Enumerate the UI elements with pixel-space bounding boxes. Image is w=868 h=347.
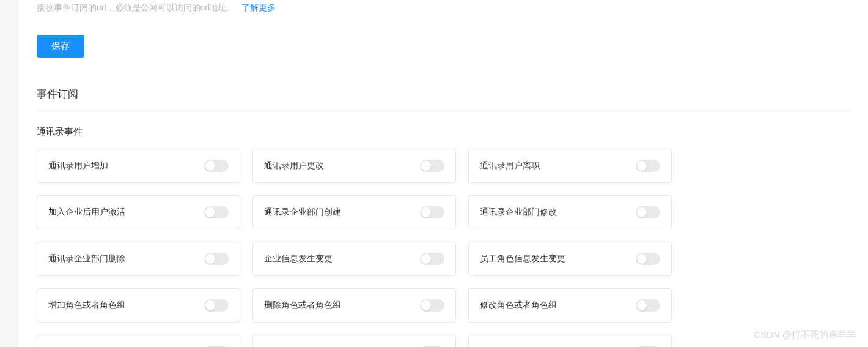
- toggle-knob: [421, 161, 431, 171]
- event-card: 通讯录用户更改: [252, 149, 456, 183]
- learn-more-link[interactable]: 了解更多: [241, 2, 276, 12]
- hint-row: 接收事件订阅的url，必须是公网可以访问的url地址。 了解更多: [37, 0, 850, 14]
- event-card: 增加角色或者角色组: [37, 288, 240, 323]
- toggle-knob: [637, 207, 647, 217]
- toggle-knob: [205, 207, 215, 217]
- toggle-knob: [205, 300, 215, 310]
- event-card: 修改角色或者角色组: [468, 288, 672, 323]
- event-card: 通讯录企业部门修改: [468, 195, 672, 229]
- event-label: 增加角色或者角色组: [48, 300, 125, 311]
- toggle-knob: [421, 207, 431, 217]
- event-card: 企业信息发生变更: [252, 242, 456, 276]
- event-toggle[interactable]: [420, 206, 444, 218]
- event-toggle[interactable]: [204, 299, 229, 312]
- event-toggle[interactable]: [420, 253, 444, 265]
- toggle-knob: [637, 300, 647, 310]
- event-toggle[interactable]: [636, 160, 660, 172]
- event-card: 通讯录用户增加: [37, 149, 240, 183]
- event-card: 通讯录用户被取消设置管理员: [252, 335, 456, 347]
- section-divider: [37, 111, 850, 111]
- event-toggle[interactable]: [420, 299, 444, 312]
- event-toggle[interactable]: [420, 160, 444, 172]
- event-card: 删除角色或者角色组: [252, 288, 456, 323]
- event-card: 通讯录企业部门创建: [252, 195, 456, 229]
- toggle-knob: [637, 254, 647, 264]
- event-label: 员工角色信息发生变更: [480, 253, 565, 264]
- event-label: 删除角色或者角色组: [264, 300, 341, 311]
- event-label: 修改角色或者角色组: [480, 300, 557, 311]
- event-label: 通讯录用户更改: [264, 160, 324, 171]
- events-sub-title: 通讯录事件: [37, 126, 850, 138]
- event-toggle[interactable]: [204, 206, 229, 218]
- toggle-knob: [637, 161, 647, 171]
- event-toggle[interactable]: [636, 253, 660, 265]
- event-label: 企业信息发生变更: [264, 253, 333, 264]
- event-toggle[interactable]: [204, 160, 229, 172]
- event-toggle[interactable]: [636, 206, 660, 218]
- main-panel: 接收事件订阅的url，必须是公网可以访问的url地址。 了解更多 保存 事件订阅…: [18, 0, 868, 347]
- event-card: 通讯录用户离职: [468, 149, 672, 183]
- event-label: 通讯录企业部门创建: [264, 207, 341, 218]
- event-toggle[interactable]: [636, 299, 660, 312]
- event-label: 通讯录用户增加: [48, 160, 108, 171]
- event-grid: 通讯录用户增加 通讯录用户更改 通讯录用户离职 加入企业后用户激活 通讯录企业部…: [37, 149, 850, 347]
- toggle-knob: [421, 254, 431, 264]
- toggle-knob: [205, 161, 215, 171]
- hint-text: 接收事件订阅的url，必须是公网可以访问的url地址。: [37, 2, 235, 12]
- event-card: 通讯录用户被设为管理员: [37, 335, 240, 347]
- event-label: 通讯录企业部门删除: [48, 253, 125, 264]
- event-card: 医疗通讯录用户新增: [468, 335, 672, 347]
- event-label: 加入企业后用户激活: [48, 207, 125, 218]
- toggle-knob: [421, 300, 431, 310]
- section-title: 事件订阅: [37, 87, 850, 111]
- save-button[interactable]: 保存: [37, 35, 84, 58]
- event-label: 通讯录企业部门修改: [480, 207, 557, 218]
- toggle-knob: [205, 254, 215, 264]
- event-card: 通讯录企业部门删除: [37, 242, 240, 276]
- event-toggle[interactable]: [204, 253, 229, 265]
- event-label: 通讯录用户离职: [480, 160, 540, 171]
- event-card: 加入企业后用户激活: [37, 195, 240, 229]
- event-card: 员工角色信息发生变更: [468, 242, 672, 276]
